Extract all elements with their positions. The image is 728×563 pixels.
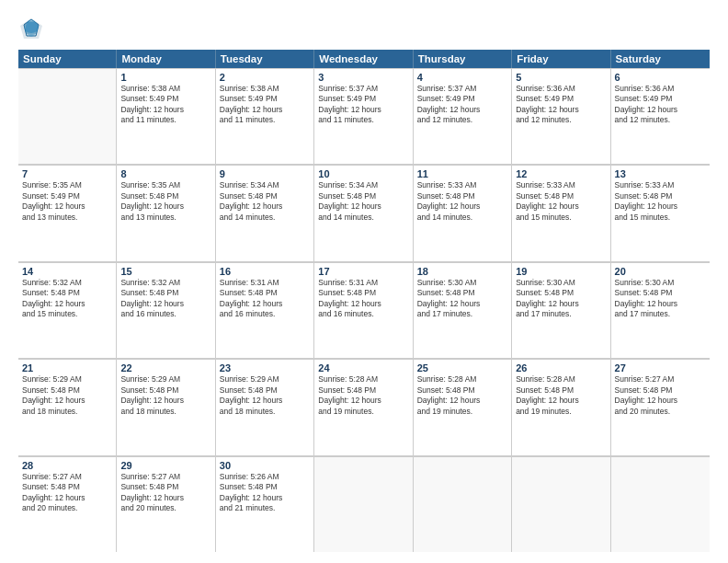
calendar-cell: 15Sunrise: 5:32 AMSunset: 5:48 PMDayligh… (117, 262, 215, 358)
cell-info-line: Sunset: 5:49 PM (22, 191, 112, 201)
calendar-cell: 10Sunrise: 5:34 AMSunset: 5:48 PMDayligh… (314, 165, 413, 260)
cell-info-line: Sunrise: 5:28 AM (318, 374, 408, 385)
cell-info-line: Daylight: 12 hours (22, 201, 112, 212)
calendar-day-header: Friday (512, 50, 610, 68)
cell-info-line: Daylight: 12 hours (516, 105, 606, 115)
cell-info-line: Daylight: 12 hours (615, 299, 706, 309)
cell-info-line: Daylight: 12 hours (318, 396, 408, 406)
cell-info-line: Sunrise: 5:31 AM (220, 278, 310, 288)
cell-info-line: Sunrise: 5:35 AM (22, 180, 112, 190)
cell-info-line: Sunset: 5:48 PM (220, 385, 310, 396)
cell-info-line: Sunset: 5:48 PM (220, 288, 310, 298)
cell-info-line: Sunset: 5:48 PM (516, 288, 606, 298)
calendar-cell: 20Sunrise: 5:30 AMSunset: 5:48 PMDayligh… (611, 262, 710, 358)
calendar-cell: 1Sunrise: 5:38 AMSunset: 5:49 PMDaylight… (117, 68, 215, 164)
cell-info-line: Sunset: 5:48 PM (120, 288, 210, 298)
cell-info-line: Sunrise: 5:32 AM (22, 278, 112, 288)
calendar-header: SundayMondayTuesdayWednesdayThursdayFrid… (18, 50, 710, 68)
calendar-day-header: Wednesday (314, 50, 413, 68)
calendar-cell: 25Sunrise: 5:28 AMSunset: 5:48 PMDayligh… (414, 359, 512, 454)
day-number: 9 (220, 168, 310, 179)
calendar-cell: 13Sunrise: 5:33 AMSunset: 5:48 PMDayligh… (611, 165, 710, 260)
cell-info-line: Sunset: 5:48 PM (22, 482, 112, 492)
cell-info-line: and 19 minutes. (516, 407, 606, 417)
calendar-week-row: 7Sunrise: 5:35 AMSunset: 5:49 PMDaylight… (18, 165, 710, 261)
cell-info-line: and 18 minutes. (22, 407, 112, 417)
cell-info-line: Sunrise: 5:33 AM (417, 180, 507, 190)
cell-info-line: Daylight: 12 hours (318, 299, 408, 309)
cell-info-line: and 21 minutes. (220, 503, 310, 513)
cell-info-line: Sunset: 5:48 PM (318, 288, 408, 298)
day-number: 28 (22, 460, 112, 471)
cell-info-line: Daylight: 12 hours (220, 396, 310, 406)
cell-info-line: and 16 minutes. (120, 309, 210, 319)
day-number: 15 (120, 266, 210, 277)
cell-info-line: Sunrise: 5:27 AM (615, 374, 706, 385)
cell-info-line: Daylight: 12 hours (516, 201, 606, 212)
cell-info-line: and 13 minutes. (22, 213, 112, 223)
cell-info-line: Daylight: 12 hours (120, 299, 210, 309)
page: SundayMondayTuesdayWednesdayThursdayFrid… (0, 0, 728, 563)
day-number: 8 (120, 168, 210, 179)
cell-info-line: Sunrise: 5:29 AM (220, 374, 310, 385)
cell-info-line: Sunset: 5:48 PM (615, 191, 706, 201)
day-number: 14 (22, 266, 112, 277)
day-number: 27 (615, 362, 706, 373)
calendar-day-header: Sunday (18, 50, 117, 68)
cell-info-line: Daylight: 12 hours (318, 105, 408, 115)
cell-info-line: Sunrise: 5:36 AM (615, 84, 706, 94)
day-number: 16 (220, 266, 310, 277)
cell-info-line: and 19 minutes. (417, 407, 507, 417)
calendar: SundayMondayTuesdayWednesdayThursdayFrid… (18, 50, 710, 552)
cell-info-line: Daylight: 12 hours (220, 105, 310, 115)
calendar-cell: 5Sunrise: 5:36 AMSunset: 5:49 PMDaylight… (512, 68, 610, 164)
calendar-week-row: 28Sunrise: 5:27 AMSunset: 5:48 PMDayligh… (18, 456, 710, 552)
cell-info-line: Daylight: 12 hours (220, 299, 310, 309)
calendar-body: 1Sunrise: 5:38 AMSunset: 5:49 PMDaylight… (18, 68, 710, 552)
calendar-cell: 24Sunrise: 5:28 AMSunset: 5:48 PMDayligh… (314, 359, 413, 454)
calendar-day-header: Thursday (414, 50, 512, 68)
cell-info-line: Daylight: 12 hours (417, 201, 507, 212)
calendar-cell (611, 456, 710, 552)
day-number: 20 (615, 266, 706, 277)
cell-info-line: Daylight: 12 hours (615, 105, 706, 115)
day-number: 1 (120, 72, 210, 83)
calendar-cell: 12Sunrise: 5:33 AMSunset: 5:48 PMDayligh… (512, 165, 610, 260)
cell-info-line: Sunset: 5:48 PM (318, 385, 408, 396)
cell-info-line: Sunrise: 5:26 AM (220, 472, 310, 482)
cell-info-line: Sunset: 5:48 PM (417, 191, 507, 201)
cell-info-line: Sunrise: 5:28 AM (417, 374, 507, 385)
cell-info-line: Sunrise: 5:32 AM (120, 278, 210, 288)
day-number: 24 (318, 362, 408, 373)
cell-info-line: Daylight: 12 hours (615, 201, 706, 212)
cell-info-line: Sunset: 5:48 PM (417, 288, 507, 298)
cell-info-line: and 20 minutes. (22, 503, 112, 513)
cell-info-line: Sunrise: 5:27 AM (22, 472, 112, 482)
cell-info-line: and 15 minutes. (615, 213, 706, 223)
cell-info-line: Sunset: 5:48 PM (417, 385, 507, 396)
cell-info-line: and 17 minutes. (417, 309, 507, 319)
cell-info-line: Daylight: 12 hours (22, 299, 112, 309)
cell-info-line: and 14 minutes. (318, 213, 408, 223)
cell-info-line: and 15 minutes. (22, 309, 112, 319)
calendar-day-header: Tuesday (216, 50, 314, 68)
calendar-cell: 17Sunrise: 5:31 AMSunset: 5:48 PMDayligh… (314, 262, 413, 358)
cell-info-line: and 14 minutes. (417, 213, 507, 223)
cell-info-line: Daylight: 12 hours (220, 201, 310, 212)
cell-info-line: Sunset: 5:49 PM (318, 94, 408, 104)
cell-info-line: and 14 minutes. (220, 213, 310, 223)
calendar-cell: 4Sunrise: 5:37 AMSunset: 5:49 PMDaylight… (414, 68, 512, 164)
calendar-cell: 7Sunrise: 5:35 AMSunset: 5:49 PMDaylight… (18, 165, 117, 260)
calendar-cell: 29Sunrise: 5:27 AMSunset: 5:48 PMDayligh… (117, 456, 215, 552)
cell-info-line: and 19 minutes. (318, 407, 408, 417)
cell-info-line: Daylight: 12 hours (120, 396, 210, 406)
day-number: 25 (417, 362, 507, 373)
calendar-week-row: 14Sunrise: 5:32 AMSunset: 5:48 PMDayligh… (18, 262, 710, 359)
cell-info-line: Sunset: 5:49 PM (615, 94, 706, 104)
day-number: 7 (22, 168, 112, 179)
cell-info-line: Sunset: 5:49 PM (220, 94, 310, 104)
cell-info-line: Sunset: 5:48 PM (615, 288, 706, 298)
cell-info-line: Daylight: 12 hours (22, 493, 112, 503)
header (18, 17, 710, 42)
cell-info-line: and 12 minutes. (615, 115, 706, 125)
